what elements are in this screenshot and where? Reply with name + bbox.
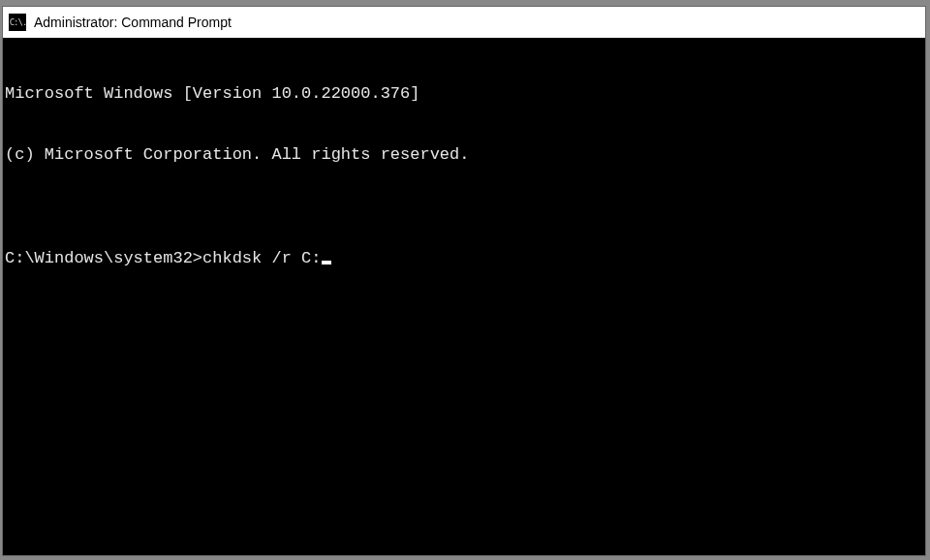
- command-input[interactable]: chkdsk /r C:: [202, 248, 321, 268]
- cmd-icon: C:\.: [9, 14, 26, 31]
- prompt-line: C:\Windows\system32>chkdsk /r C:: [5, 248, 923, 268]
- cmd-icon-text: C:\.: [10, 17, 27, 27]
- titlebar[interactable]: C:\. Administrator: Command Prompt: [3, 7, 925, 38]
- prompt-text: C:\Windows\system32>: [5, 248, 202, 268]
- cursor: [322, 261, 331, 264]
- terminal-output[interactable]: Microsoft Windows [Version 10.0.22000.37…: [3, 38, 925, 555]
- output-line-version: Microsoft Windows [Version 10.0.22000.37…: [5, 83, 923, 104]
- output-line-copyright: (c) Microsoft Corporation. All rights re…: [5, 144, 923, 165]
- command-prompt-window: C:\. Administrator: Command Prompt Micro…: [2, 6, 926, 556]
- window-title: Administrator: Command Prompt: [34, 15, 232, 30]
